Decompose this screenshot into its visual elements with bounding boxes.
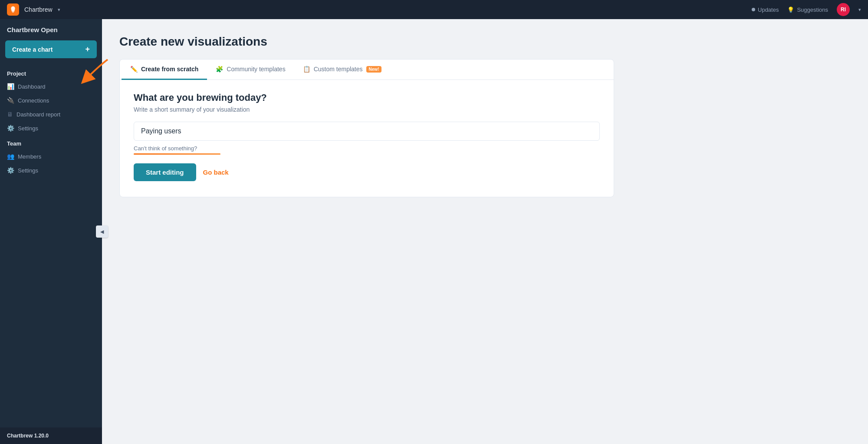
collapse-icon: ◀ xyxy=(100,229,104,235)
form-title: What are you brewing today? xyxy=(134,92,600,103)
tabs-container: ✏️ Create from scratch 🧩 Community templ… xyxy=(119,59,614,197)
tab-custom-templates-label: Custom templates xyxy=(314,66,363,73)
action-buttons: Start editing Go back xyxy=(134,163,600,181)
tab-create-from-scratch[interactable]: ✏️ Create from scratch xyxy=(122,60,207,80)
create-chart-button[interactable]: Create a chart + xyxy=(5,40,97,58)
workspace-name: Chartbrew Open xyxy=(0,19,102,37)
team-section-label: Team xyxy=(0,135,102,149)
think-hint-underline xyxy=(134,153,220,155)
topbar-app-name: Chartbrew xyxy=(24,6,53,13)
updates-button[interactable]: Updates xyxy=(752,7,779,13)
svg-rect-0 xyxy=(12,12,14,13)
sidebar-item-members[interactable]: 👥 Members xyxy=(0,149,102,163)
sidebar-item-team-settings-label: Settings xyxy=(18,167,38,174)
suggestions-label: Suggestions xyxy=(797,7,828,13)
dashboard-report-icon: 🖥 xyxy=(7,111,13,118)
lightbulb-icon: 💡 xyxy=(787,7,794,13)
tab-custom-templates[interactable]: 📋 Custom templates New! xyxy=(294,60,391,80)
puzzle-icon: 🧩 xyxy=(216,66,223,73)
sidebar-item-team-settings[interactable]: ⚙️ Settings xyxy=(0,163,102,177)
topbar-right: Updates 💡 Suggestions RI ▾ xyxy=(752,3,861,16)
pencil-icon: ✏️ xyxy=(130,66,138,73)
topbar-dropdown-icon[interactable]: ▾ xyxy=(58,7,60,13)
app-logo xyxy=(7,3,19,16)
topbar: Chartbrew ▾ Updates 💡 Suggestions RI ▾ xyxy=(0,0,868,19)
sidebar-item-dashboard-report-label: Dashboard report xyxy=(16,111,60,118)
team-settings-icon: ⚙️ xyxy=(7,167,14,174)
user-avatar[interactable]: RI xyxy=(837,3,850,16)
main-layout: Chartbrew Open Create a chart + Project … xyxy=(0,19,868,444)
members-icon: 👥 xyxy=(7,153,14,160)
tab-community-templates-label: Community templates xyxy=(227,66,285,73)
updates-label: Updates xyxy=(758,7,779,13)
create-chart-plus-icon: + xyxy=(85,45,90,54)
go-back-button[interactable]: Go back xyxy=(203,169,229,176)
sidebar-item-dashboard-report[interactable]: 🖥 Dashboard report xyxy=(0,107,102,121)
sidebar-item-project-settings-label: Settings xyxy=(18,125,38,132)
sidebar-item-members-label: Members xyxy=(18,153,41,160)
think-hint-text: Can't think of something? xyxy=(134,145,197,152)
sidebar-item-dashboard-label: Dashboard xyxy=(18,83,46,90)
create-chart-label: Create a chart xyxy=(12,46,53,53)
tab-content: What are you brewing today? Write a shor… xyxy=(120,80,614,197)
main-content: Create new visualizations ✏️ Create from… xyxy=(102,19,868,444)
avatar-initials: RI xyxy=(841,7,846,13)
tab-create-from-scratch-label: Create from scratch xyxy=(141,66,198,73)
connections-icon: 🔌 xyxy=(7,97,14,104)
copy-icon: 📋 xyxy=(303,66,310,73)
sidebar-item-project-settings[interactable]: ⚙️ Settings xyxy=(0,121,102,135)
project-settings-icon: ⚙️ xyxy=(7,125,14,132)
updates-dot xyxy=(752,8,755,11)
tabs-header: ✏️ Create from scratch 🧩 Community templ… xyxy=(120,60,614,80)
tab-community-templates[interactable]: 🧩 Community templates xyxy=(207,60,294,80)
sidebar-item-dashboard[interactable]: 📊 Dashboard xyxy=(0,80,102,93)
avatar-dropdown-icon[interactable]: ▾ xyxy=(858,7,861,13)
dashboard-icon: 📊 xyxy=(7,83,14,90)
form-subtitle: Write a short summary of your visualizat… xyxy=(134,106,600,113)
page-title: Create new visualizations xyxy=(119,35,851,49)
sidebar-collapse-button[interactable]: ◀ xyxy=(96,225,108,238)
app-version: Chartbrew 1.20.0 xyxy=(0,427,102,444)
start-editing-button[interactable]: Start editing xyxy=(134,163,196,181)
project-section-label: Project xyxy=(0,65,102,80)
sidebar: Chartbrew Open Create a chart + Project … xyxy=(0,19,102,444)
sidebar-item-connections[interactable]: 🔌 Connections xyxy=(0,93,102,107)
new-badge: New! xyxy=(366,66,382,73)
visualization-name-input[interactable] xyxy=(134,122,600,141)
suggestions-button[interactable]: 💡 Suggestions xyxy=(787,7,828,13)
sidebar-item-connections-label: Connections xyxy=(18,97,49,104)
think-hint: Can't think of something? xyxy=(134,145,600,152)
